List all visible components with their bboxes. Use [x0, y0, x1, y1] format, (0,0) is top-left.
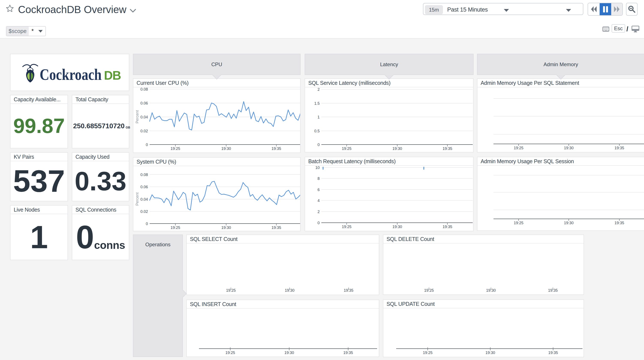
svg-text:2: 2: [318, 87, 320, 92]
svg-text:19:25: 19:25: [342, 225, 351, 229]
svg-text:0: 0: [318, 143, 320, 147]
svg-text:19:35: 19:35: [442, 146, 452, 151]
svg-text:19:25: 19:25: [514, 221, 523, 225]
svg-text:19:25: 19:25: [170, 226, 180, 230]
svg-text:0.06: 0.06: [140, 101, 148, 105]
svg-text:19:30: 19:30: [564, 221, 574, 225]
svg-text:19:30: 19:30: [221, 226, 231, 230]
svg-text:19:30: 19:30: [564, 146, 574, 150]
svg-text:0.04: 0.04: [140, 197, 148, 202]
svg-text:8: 8: [318, 176, 320, 181]
svg-text:19:30: 19:30: [486, 288, 496, 293]
svg-text:4: 4: [318, 199, 320, 203]
svg-text:19:25: 19:25: [423, 351, 432, 355]
svg-text:19:30: 19:30: [392, 225, 402, 229]
svg-text:19:25: 19:25: [225, 351, 235, 355]
svg-text:19:35: 19:35: [272, 226, 281, 230]
svg-text:19:30: 19:30: [284, 351, 294, 355]
svg-text:0: 0: [318, 221, 320, 225]
svg-text:0.08: 0.08: [140, 87, 148, 91]
svg-text:19:25: 19:25: [514, 146, 523, 150]
svg-text:19:25: 19:25: [342, 146, 351, 151]
svg-text:19:35: 19:35: [343, 351, 353, 355]
svg-text:19:35: 19:35: [548, 288, 558, 293]
svg-text:19:30: 19:30: [221, 146, 231, 151]
svg-text:19:35: 19:35: [614, 221, 624, 225]
svg-text:0.06: 0.06: [140, 185, 148, 189]
svg-text:0.08: 0.08: [140, 173, 148, 177]
svg-text:19:30: 19:30: [392, 146, 402, 151]
svg-text:0.04: 0.04: [140, 115, 148, 119]
svg-text:19:30: 19:30: [485, 351, 495, 355]
svg-text:19:30: 19:30: [285, 288, 294, 293]
svg-text:10: 10: [315, 166, 320, 170]
svg-text:19:25: 19:25: [424, 288, 434, 293]
svg-text:0.5: 0.5: [314, 129, 320, 133]
svg-text:19:35: 19:35: [614, 146, 624, 150]
svg-text:0: 0: [146, 222, 148, 226]
svg-text:19:35: 19:35: [272, 146, 281, 151]
svg-text:Percent: Percent: [135, 110, 139, 123]
svg-text:19:25: 19:25: [226, 288, 236, 293]
svg-text:Percent: Percent: [135, 192, 139, 206]
svg-text:6: 6: [318, 188, 320, 192]
svg-text:1.5: 1.5: [314, 101, 320, 106]
svg-text:19:35: 19:35: [442, 225, 452, 229]
svg-text:2: 2: [318, 210, 320, 214]
svg-text:19:35: 19:35: [548, 351, 558, 355]
svg-text:1: 1: [318, 115, 320, 119]
svg-text:0.02: 0.02: [140, 129, 148, 133]
svg-text:0: 0: [146, 143, 148, 147]
svg-text:0.02: 0.02: [140, 209, 148, 214]
svg-text:19:25: 19:25: [170, 146, 180, 151]
svg-text:19:35: 19:35: [344, 288, 353, 293]
